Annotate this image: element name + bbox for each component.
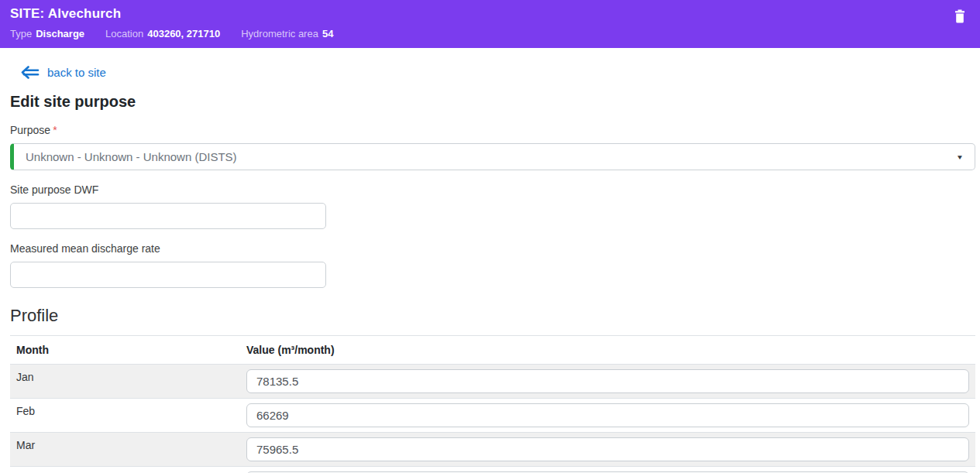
site-meta-hydrometric-area: Hydrometric area54 [241, 28, 333, 39]
profile-row: Apr [10, 467, 975, 473]
month-cell: Feb [10, 399, 240, 433]
site-title: SITE: Alvechurch [10, 6, 968, 22]
discharge-rate-label: Measured mean discharge rate [10, 242, 975, 255]
delete-site-button[interactable] [951, 7, 968, 26]
meta-value: 54 [322, 28, 333, 39]
meta-label: Type [10, 28, 32, 39]
purpose-label-text: Purpose [10, 124, 50, 136]
month-column-header: Month [10, 336, 240, 365]
meta-label: Location [105, 28, 143, 39]
site-meta: TypeDischarge Location403260, 271710 Hyd… [10, 28, 968, 39]
month-value-input[interactable] [246, 369, 969, 393]
trash-icon [954, 14, 966, 26]
purpose-select-wrap: Unknown - Unknown - Unknown (DISTS) ▼ [10, 143, 975, 170]
value-column-header: Value (m³/month) [240, 336, 975, 365]
required-marker: * [53, 124, 57, 136]
purpose-label: Purpose* [10, 124, 975, 136]
profile-row: Feb [10, 399, 975, 433]
site-meta-location: Location403260, 271710 [105, 28, 220, 39]
value-cell [240, 399, 975, 433]
profile-table-head: Month Value (m³/month) [10, 336, 975, 365]
profile-row: Jan [10, 365, 975, 399]
site-meta-type: TypeDischarge [10, 28, 84, 39]
discharge-rate-input[interactable] [10, 262, 326, 288]
month-cell: Mar [10, 433, 240, 467]
month-value-input[interactable] [246, 437, 969, 461]
main-content: back to site Edit site purpose Purpose* … [0, 48, 980, 473]
arrow-left-icon [20, 66, 40, 79]
value-cell [240, 433, 975, 467]
page-title: Edit site purpose [10, 93, 975, 111]
value-cell [240, 467, 975, 473]
back-link-label: back to site [47, 66, 106, 79]
profile-header-row: Month Value (m³/month) [10, 336, 975, 365]
month-cell: Jan [10, 365, 240, 399]
month-cell: Apr [10, 467, 240, 473]
meta-value: 403260, 271710 [147, 28, 220, 39]
dwf-label: Site purpose DWF [10, 183, 975, 196]
month-value-input[interactable] [246, 403, 969, 427]
profile-row: Mar [10, 433, 975, 467]
back-to-site-link[interactable]: back to site [20, 66, 106, 79]
profile-table: Month Value (m³/month) JanFebMarApr [10, 335, 975, 473]
purpose-select[interactable]: Unknown - Unknown - Unknown (DISTS) [10, 143, 975, 170]
site-header: SITE: Alvechurch TypeDischarge Location4… [0, 0, 980, 48]
profile-section-title: Profile [10, 306, 975, 326]
meta-value: Discharge [36, 28, 84, 39]
profile-table-body: JanFebMarApr [10, 365, 975, 473]
dwf-input[interactable] [10, 203, 326, 229]
value-cell [240, 365, 975, 399]
meta-label: Hydrometric area [241, 28, 318, 39]
